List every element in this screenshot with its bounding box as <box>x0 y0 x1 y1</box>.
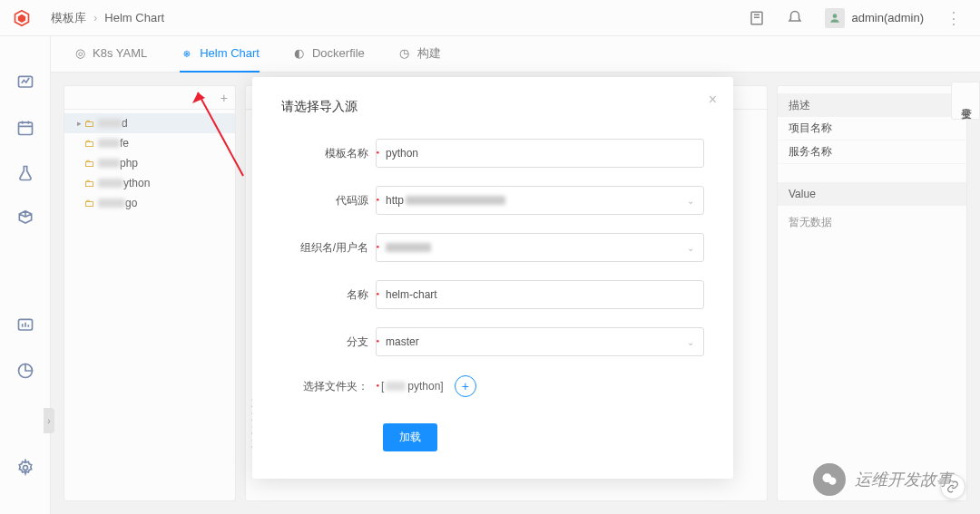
folder-chip[interactable]: [python] <box>376 374 449 398</box>
modal-title: 请选择导入源 <box>281 99 704 115</box>
load-button[interactable]: 加载 <box>383 423 437 451</box>
chevron-down-icon: ⌄ <box>687 196 694 206</box>
add-folder-button[interactable]: + <box>455 375 476 397</box>
chevron-down-icon: ⌄ <box>687 243 694 253</box>
label-org: 组织名/用户名 <box>281 240 376 256</box>
input-template-name[interactable]: python <box>376 139 704 168</box>
watermark: 运维开发故事 <box>813 463 953 496</box>
label-template-name: 模板名称 <box>281 146 376 161</box>
input-name[interactable]: helm-chart <box>376 280 704 309</box>
select-branch[interactable]: master⌄ <box>376 327 704 356</box>
label-branch: 分支 <box>281 335 376 350</box>
wechat-icon <box>813 463 846 496</box>
select-source[interactable]: http⌄ <box>376 186 704 215</box>
label-source: 代码源 <box>281 193 376 209</box>
label-name: 名称 <box>281 287 376 303</box>
select-org[interactable]: ⌄ <box>376 233 704 262</box>
label-folder: 选择文件夹： <box>281 379 376 394</box>
svg-point-11 <box>828 478 836 485</box>
import-source-modal: × 请选择导入源 模板名称 python 代码源 http⌄ 组织名/用户名 ⌄… <box>252 77 733 479</box>
chevron-down-icon: ⌄ <box>687 337 694 347</box>
modal-close-button[interactable]: × <box>709 92 717 108</box>
